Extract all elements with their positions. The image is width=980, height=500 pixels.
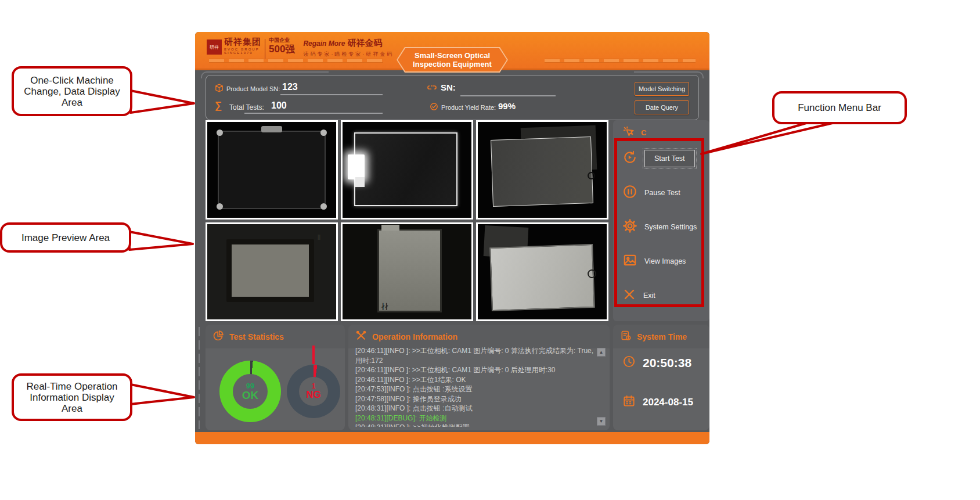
callout-function-menu-bar: Function Menu Bar bbox=[772, 91, 907, 124]
callout-log-display-area: Real-Time Operation Information Display … bbox=[12, 373, 132, 421]
log-scroll-up-button[interactable]: ▲ bbox=[597, 348, 606, 357]
sum-icon: ∑ bbox=[215, 100, 222, 111]
log-line: [20:48:31][INFO ]: >>初始化检测配置 bbox=[355, 423, 595, 427]
preview-3-part bbox=[491, 136, 593, 207]
log-line: [20:47:53][INFO ]: 点击按钮 :系统设置 bbox=[355, 384, 595, 394]
callout-tail-preview-area bbox=[128, 229, 196, 254]
ok-donut-chart: 99 OK bbox=[219, 361, 281, 422]
logo-script-brand: 研祥金码 bbox=[347, 38, 382, 48]
preview-2-part bbox=[354, 132, 457, 206]
logo-rank-line2: 500强 bbox=[269, 44, 295, 54]
function-menu-highlight-rectangle bbox=[614, 138, 704, 307]
log-scroll-down-button[interactable]: ▼ bbox=[597, 417, 606, 426]
date-query-button[interactable]: Date Query bbox=[635, 100, 689, 114]
ng-donut-chart: 1 NG bbox=[287, 365, 340, 418]
screenshot-root: 研祥 研祥集团 EVOC GROUP SINCE1979 中国企业 500强 R… bbox=[0, 0, 980, 500]
preview-4-part bbox=[226, 239, 314, 303]
preview-image-4[interactable]: ‖ bbox=[206, 222, 338, 322]
pie-chart-icon bbox=[212, 330, 224, 343]
header-circuit-decoration-right bbox=[545, 59, 696, 63]
log-line: [20:47:58][INFO ]: 操作员登录成功 bbox=[355, 394, 595, 404]
body-edge-decoration bbox=[199, 327, 200, 429]
operation-information-panel: Operation Information [20:46:11][INFO ]:… bbox=[348, 325, 610, 430]
logo-divider bbox=[265, 39, 265, 59]
total-tests-underline bbox=[244, 113, 383, 114]
preview-image-2[interactable] bbox=[341, 120, 473, 220]
preview-5-part bbox=[377, 229, 442, 313]
log-line-debug: [20:48:31][DEBUG]: 开始检测 bbox=[355, 413, 595, 423]
app-header: 研祥 研祥集团 EVOC GROUP SINCE1979 中国企业 500强 R… bbox=[195, 32, 709, 70]
package-icon bbox=[214, 83, 224, 95]
clock-icon bbox=[622, 355, 636, 371]
image-preview-grid: ‖ ∤∤ bbox=[206, 120, 608, 321]
ng-label: NG bbox=[306, 390, 321, 400]
preview-image-6[interactable] bbox=[476, 222, 608, 322]
model-switching-button[interactable]: Model Switching bbox=[635, 82, 689, 96]
system-date-value: 2024-08-15 bbox=[643, 397, 693, 408]
ok-label: OK bbox=[242, 390, 259, 401]
data-display-panel: Product Model SN: 123 ∑ Total Tests: 100… bbox=[206, 75, 699, 120]
callout-data-display-area: One-Click Machine Change, Data Display A… bbox=[12, 66, 132, 116]
system-time-title: System Time bbox=[637, 332, 687, 341]
total-tests-value: 100 bbox=[271, 100, 287, 111]
preview-6-part bbox=[489, 244, 595, 311]
preview-image-1[interactable] bbox=[206, 120, 338, 220]
log-line: [20:46:11][INFO ]: >>工位相机: CAM1 图片编号: 0 … bbox=[355, 346, 595, 365]
sn-label: SN: bbox=[441, 82, 456, 92]
logo-tagline: 读码专家·瞄检专家·研祥金码 bbox=[303, 51, 394, 58]
system-time-value: 20:50:38 bbox=[643, 356, 691, 370]
system-time-panel: System Time 20:50:38 2024-08-15 bbox=[613, 325, 709, 430]
ng-tick-mark bbox=[312, 346, 315, 364]
menu-header-label: C bbox=[641, 128, 646, 137]
logo-seal: 研祥 bbox=[207, 39, 222, 55]
brand-logo: 研祥 研祥集团 EVOC GROUP SINCE1979 中国企业 500强 R… bbox=[207, 37, 394, 59]
test-statistics-panel: Test Statistics 99 OK 1 NG bbox=[206, 325, 345, 430]
callout-tail-data-area bbox=[129, 86, 197, 118]
log-line: [20:48:31][INFO ]: 点击按钮 :自动测试 bbox=[355, 404, 595, 413]
header-circuit-decoration-left bbox=[209, 59, 383, 63]
sn-link-icon bbox=[427, 82, 437, 95]
yield-rate-label: Product Yield Rate: bbox=[441, 104, 496, 111]
yield-rate-icon bbox=[430, 102, 438, 113]
product-model-value: 123 bbox=[282, 82, 298, 92]
preview-image-3[interactable] bbox=[476, 120, 608, 220]
app-title-badge: Small-Screen Optical Inspection Equipmen… bbox=[397, 47, 508, 73]
calendar-icon bbox=[622, 394, 636, 411]
log-line: [20:46:11][INFO ]: >>工位1结果: OK bbox=[355, 375, 595, 385]
product-model-label: Product Model SN: bbox=[226, 85, 280, 92]
test-statistics-title: Test Statistics bbox=[229, 332, 284, 341]
yield-rate-value: 99% bbox=[498, 101, 516, 111]
document-clock-icon bbox=[620, 330, 632, 343]
logo-brand-text: 研祥集团 bbox=[224, 37, 261, 48]
callout-image-preview-area: Image Preview Area bbox=[0, 222, 131, 253]
crossed-tools-icon bbox=[355, 330, 367, 343]
app-title-line1: Small-Screen Optical bbox=[413, 51, 492, 60]
preview-1-part bbox=[218, 131, 326, 209]
callout-tail-log-area bbox=[129, 381, 197, 409]
callout-tail-function-menu bbox=[697, 119, 842, 160]
app-title-line2: Inspection Equipment bbox=[413, 60, 492, 69]
preview-image-5[interactable]: ∤∤ bbox=[341, 222, 473, 322]
logo-since: SINCE1979 bbox=[224, 51, 261, 55]
logo-script: Regain More bbox=[303, 39, 345, 48]
sn-underline bbox=[460, 95, 556, 96]
operation-information-title: Operation Information bbox=[372, 332, 457, 341]
app-footer-bar bbox=[195, 432, 709, 444]
total-tests-label: Total Tests: bbox=[229, 103, 264, 111]
preview-1-notch bbox=[261, 126, 282, 133]
operation-log[interactable]: [20:46:11][INFO ]: >>工位相机: CAM1 图片编号: 0 … bbox=[355, 346, 595, 427]
log-line: [20:46:11][INFO ]: >>工位相机: CAM1 图片编号: 0 … bbox=[355, 365, 595, 375]
ok-count: 99 bbox=[246, 382, 254, 390]
product-model-underline bbox=[280, 94, 383, 95]
